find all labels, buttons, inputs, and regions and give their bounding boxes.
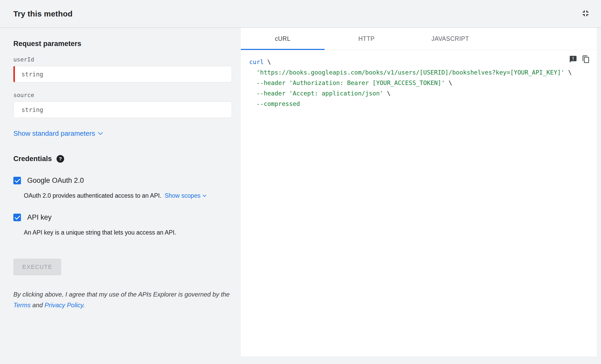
panel-header: Try this method [0,0,601,28]
help-icon[interactable]: ? [57,155,64,163]
disclaimer-text-after: . [83,302,85,309]
api-key-label: API key [27,213,52,221]
disclaimer-text-before: By clicking above, I agree that my use o… [13,291,230,298]
code-line: --header 'Authorization: Bearer [YOUR_AC… [249,78,591,88]
tab-javascript[interactable]: JAVASCRIPT [408,28,492,50]
chevron-down-icon [98,130,103,135]
code-line: curl \ [249,57,591,67]
source-label: source [13,92,232,98]
code-line: 'https://books.googleapis.com/books/v1/u… [249,67,591,78]
credentials-heading: Credentials ? [13,155,232,163]
panel-title: Try this method [13,9,73,18]
code-panel: curl \ 'https://books.googleapis.com/boo… [241,50,597,356]
code-sample-panel: cURL HTTP JAVASCRIPT curl \ 'https://boo… [241,28,597,356]
collapse-panel-button[interactable] [581,8,591,19]
oauth-checkbox[interactable] [13,177,21,184]
userid-input[interactable] [13,66,232,82]
code-language-tabs: cURL HTTP JAVASCRIPT [241,28,597,50]
fullscreen-exit-icon [581,8,591,19]
copy-code-button[interactable] [582,55,590,64]
api-key-description: An API key is a unique string that lets … [13,228,232,237]
privacy-policy-link[interactable]: Privacy Policy [44,302,83,309]
chevron-down-icon [203,193,206,197]
userid-label: userId [13,56,232,63]
execute-button[interactable]: EXECUTE [13,259,61,275]
api-key-option-row: API key [13,213,232,221]
tab-http[interactable]: HTTP [325,28,408,50]
feedback-icon [569,55,577,64]
show-scopes-label: Show scopes [165,191,201,200]
report-issue-button[interactable] [569,55,577,64]
request-form: Request parameters userId source Show st… [0,28,241,356]
code-block: curl \ 'https://books.googleapis.com/boo… [249,57,591,109]
disclaimer-text-middle: and [31,302,44,309]
tab-curl[interactable]: cURL [241,28,325,50]
panel-body: Request parameters userId source Show st… [0,28,601,356]
copy-icon [582,55,590,64]
oauth-option-row: Google OAuth 2.0 [13,177,232,185]
oauth-label: Google OAuth 2.0 [27,177,84,185]
show-standard-parameters-label: Show standard parameters [13,129,95,138]
show-scopes-link[interactable]: Show scopes [165,191,206,200]
show-standard-parameters-link[interactable]: Show standard parameters [13,129,102,138]
code-actions [569,55,590,64]
credentials-heading-label: Credentials [13,155,52,163]
field-userid: userId [13,56,232,82]
source-input[interactable] [13,101,232,118]
oauth-description: OAuth 2.0 provides authenticated access … [13,191,232,200]
disclaimer: By clicking above, I agree that my use o… [13,289,232,310]
terms-link[interactable]: Terms [13,302,31,309]
request-parameters-heading: Request parameters [13,40,232,48]
oauth-description-text: OAuth 2.0 provides authenticated access … [24,192,162,199]
code-line: --compressed [249,99,591,109]
api-key-checkbox[interactable] [13,214,21,221]
field-source: source [13,92,232,118]
code-line: --header 'Accept: application/json' \ [249,88,591,99]
